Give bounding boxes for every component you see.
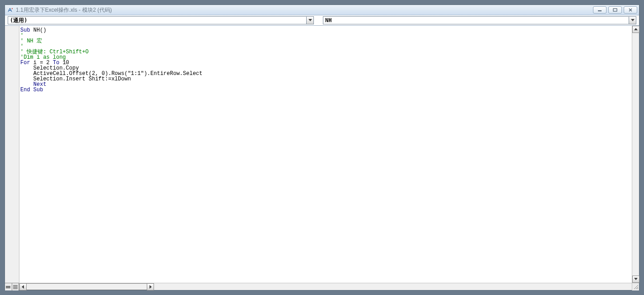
resize-grip[interactable] bbox=[632, 283, 639, 290]
view-mode-buttons bbox=[5, 283, 19, 290]
chevron-down-icon[interactable] bbox=[306, 17, 313, 24]
vscroll-track[interactable] bbox=[632, 33, 639, 276]
minimize-button[interactable] bbox=[593, 6, 607, 14]
left-gutter bbox=[5, 26, 19, 290]
hscroll-track[interactable] bbox=[27, 283, 147, 290]
svg-rect-4 bbox=[6, 287, 10, 288]
scroll-left-button[interactable] bbox=[19, 283, 27, 290]
window-controls bbox=[593, 6, 637, 14]
procedure-selector[interactable]: NH bbox=[323, 16, 636, 24]
titlebar[interactable]: 1.1用宏录下Excel操作.xls - 模块2 (代码) bbox=[5, 5, 639, 15]
chevron-down-icon[interactable] bbox=[629, 17, 636, 24]
scroll-up-button[interactable] bbox=[632, 26, 639, 33]
svg-rect-5 bbox=[13, 285, 18, 286]
code-area[interactable]: Sub NH() ' ' NH 宏 ' ' 快捷键: Ctrl+Shift+O … bbox=[19, 26, 632, 283]
procedure-selector-value: NH bbox=[325, 17, 331, 23]
editor-main: Sub NH() ' ' NH 宏 ' ' 快捷键: Ctrl+Shift+O … bbox=[5, 25, 639, 290]
procedure-view-button[interactable] bbox=[5, 283, 12, 290]
object-selector[interactable]: (通用) bbox=[8, 16, 314, 24]
app-icon bbox=[7, 6, 14, 14]
maximize-button[interactable] bbox=[608, 6, 622, 14]
close-button[interactable] bbox=[624, 6, 637, 14]
selector-row: (通用) NH bbox=[5, 15, 639, 25]
svg-rect-1 bbox=[598, 10, 602, 11]
svg-point-0 bbox=[12, 8, 13, 9]
horizontal-scrollbar[interactable] bbox=[19, 283, 154, 290]
window-title: 1.1用宏录下Excel操作.xls - 模块2 (代码) bbox=[16, 6, 593, 14]
object-selector-value: (通用) bbox=[10, 17, 27, 24]
svg-rect-6 bbox=[13, 286, 18, 287]
full-module-view-button[interactable] bbox=[12, 283, 19, 290]
scroll-right-button[interactable] bbox=[147, 283, 154, 290]
svg-rect-7 bbox=[13, 287, 18, 288]
hscroll-fill bbox=[154, 283, 632, 290]
code-wrap: Sub NH() ' ' NH 宏 ' ' 快捷键: Ctrl+Shift+O … bbox=[19, 26, 639, 290]
scroll-down-button[interactable] bbox=[632, 276, 639, 283]
svg-rect-3 bbox=[6, 286, 10, 287]
svg-rect-8 bbox=[13, 289, 18, 289]
code-content[interactable]: Sub NH() ' ' NH 宏 ' ' 快捷键: Ctrl+Shift+O … bbox=[19, 26, 632, 94]
hscroll-row bbox=[19, 283, 639, 290]
svg-rect-2 bbox=[613, 9, 617, 11]
code-window: 1.1用宏录下Excel操作.xls - 模块2 (代码) (通用) NH bbox=[5, 5, 639, 290]
vertical-scrollbar[interactable] bbox=[632, 26, 639, 283]
